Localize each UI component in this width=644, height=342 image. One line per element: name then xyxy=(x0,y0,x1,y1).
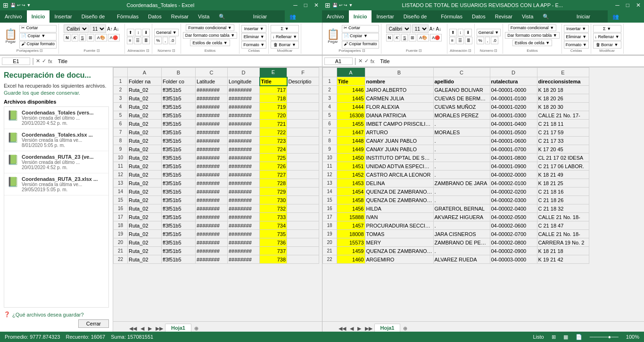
left-r18-col2[interactable]: ######## xyxy=(196,221,228,230)
right-r16-col3[interactable]: 04-00002-0400 xyxy=(490,204,537,213)
left-col-d-header[interactable]: D xyxy=(228,68,260,77)
left-r18-col4[interactable]: 734 xyxy=(260,221,287,230)
right-tab-nav-prev[interactable]: ◀ xyxy=(348,326,355,332)
right-r11-col4[interactable]: C 21 17 06 LABOR. xyxy=(537,162,589,171)
left-r10-col1[interactable]: ff3f51b5 xyxy=(162,154,196,162)
btn-dec-font-right[interactable]: A↓ xyxy=(436,26,441,32)
left-r13-col1[interactable]: ff3f51b5 xyxy=(162,179,196,187)
left-r6-col5[interactable] xyxy=(287,120,319,128)
right-r15-col1[interactable]: QUENZA DE ZAMBRANO LUISA xyxy=(365,196,433,204)
right-r12-col1[interactable]: CASTRO ARCILA LEONOR xyxy=(365,171,433,179)
tab-indicar-right[interactable]: 🔍 Indicar... xyxy=(538,10,571,23)
left-r3-col1[interactable]: ff3f51b5 xyxy=(162,94,196,103)
right-r18-col1[interactable]: PROCURADURIA SECCIONAL DE xyxy=(365,221,433,230)
right-tab-nav-left[interactable]: ◀◀ xyxy=(337,326,348,332)
left-r14-col3[interactable]: ######## xyxy=(228,187,260,196)
recovery-file-3[interactable]: 📗 Coordenadas_RUTA_23 (ve... Versión cre… xyxy=(4,151,108,173)
left-r11-col4[interactable]: 726 xyxy=(260,162,287,171)
left-r12-col5[interactable] xyxy=(287,171,319,179)
right-r1-b[interactable]: nombre xyxy=(365,77,433,86)
right-r3-col2[interactable]: CUEVAS DE BERMUDEZ xyxy=(433,94,490,103)
btn-inc-font-right[interactable]: A↑ xyxy=(429,26,435,32)
left-r21-col5[interactable] xyxy=(287,247,319,255)
left-r22-col3[interactable]: ######## xyxy=(228,255,260,264)
font-name-right[interactable]: Calibri xyxy=(386,24,411,33)
btn-dec-font-left[interactable]: A↓ xyxy=(114,26,119,32)
btn-pegar-right[interactable]: 📋 Pegar xyxy=(325,28,341,45)
right-r20-col4[interactable]: CARRERA 19 No. 2 xyxy=(537,238,589,247)
view-page-icon[interactable]: 📄 xyxy=(576,334,582,340)
right-r13-col1[interactable]: DELINA xyxy=(365,179,433,187)
right-sheet-scroll[interactable]: A B C D E 1 Title nombre apellido xyxy=(322,67,644,321)
left-r6-col1[interactable]: ff3f51b5 xyxy=(162,120,196,128)
right-r8-col4[interactable]: C 21 17 33 xyxy=(537,137,589,145)
left-r5-col0[interactable]: Ruta_02 xyxy=(128,111,162,120)
right-r2-col3[interactable]: 04-00001-0000 xyxy=(490,86,537,94)
btn-align-mid-left[interactable]: ↕ xyxy=(135,29,141,36)
recovery-help-link[interactable]: ❓ ¿Qué archivos desea guardar? xyxy=(4,311,109,318)
left-r21-col1[interactable]: ff3f51b5 xyxy=(162,247,196,255)
cell-ref-right[interactable] xyxy=(324,57,353,65)
right-r15-col4[interactable]: C 21 18 26 xyxy=(537,196,589,204)
close-btn-right[interactable]: ✕ xyxy=(633,0,644,10)
right-r16-col4[interactable]: C 21 18 32 xyxy=(537,204,589,213)
right-r6-col1[interactable]: IMBET CAMPO PRISCILIANO xyxy=(365,120,433,128)
left-r1-e[interactable]: Title xyxy=(260,77,287,86)
right-r6-col3[interactable]: 04-00001-0400 xyxy=(490,120,537,128)
right-col-b-header[interactable]: B xyxy=(365,68,433,77)
left-r4-col2[interactable]: ######## xyxy=(196,103,228,111)
left-r15-col2[interactable]: ######## xyxy=(196,196,228,204)
left-tab-nav-next[interactable]: ▶ xyxy=(146,326,154,332)
left-r2-col3[interactable]: ######## xyxy=(228,86,260,94)
btn-estilos-celda-right[interactable]: Estilos de celda ▼ xyxy=(512,40,552,46)
right-r17-col2[interactable]: AKVAREZ HIGUERA xyxy=(433,213,490,221)
right-r19-col2[interactable]: JARA CISNEROS xyxy=(433,230,490,238)
right-r8-col1[interactable]: CANAY JUAN PABLO xyxy=(365,137,433,145)
right-r22-col1[interactable]: ARGEMIRO xyxy=(365,255,433,264)
right-r5-col2[interactable]: MORALES PEREZ xyxy=(433,111,490,120)
tab-datos-right[interactable]: Datos xyxy=(467,10,490,23)
btn-percent-left[interactable]: % xyxy=(154,37,162,44)
left-r5-col1[interactable]: ff3f51b5 xyxy=(162,111,196,120)
left-r21-col4[interactable]: 737 xyxy=(260,247,287,255)
cancel-formula-left[interactable]: ✕ xyxy=(36,58,40,64)
btn-autosuma-left[interactable]: Σ ▼ xyxy=(271,25,299,33)
right-r14-col4[interactable]: C 21 18 16 xyxy=(537,187,589,196)
left-r14-col4[interactable]: 729 xyxy=(260,187,287,196)
left-r1-b[interactable]: Folder co xyxy=(162,77,196,86)
right-r16-col0[interactable]: 1456 xyxy=(337,204,365,213)
left-r9-col1[interactable]: ff3f51b5 xyxy=(162,145,196,154)
left-r1-a[interactable]: Folder na xyxy=(128,77,162,86)
right-r14-col1[interactable]: QUENZA DE ZAMBRANO LUISA xyxy=(365,187,433,196)
tab-diseno-right[interactable]: Diseño de pá. xyxy=(399,10,436,23)
left-r13-col2[interactable]: ######## xyxy=(196,179,228,187)
btn-inc-font-left[interactable]: A↑ xyxy=(107,26,113,32)
right-r19-col4[interactable]: CALLE 21 No. 18- xyxy=(537,230,589,238)
right-r13-col4[interactable]: K 18 21 25 xyxy=(537,179,589,187)
left-r5-col3[interactable]: ######## xyxy=(228,111,260,120)
right-r16-col1[interactable]: HILDA xyxy=(365,204,433,213)
btn-bold-left[interactable]: N xyxy=(64,34,71,41)
right-r7-col0[interactable]: 1447 xyxy=(337,128,365,137)
right-r14-col2[interactable]: . xyxy=(433,187,490,196)
cell-ref-left[interactable] xyxy=(2,57,30,65)
tab-archivo-left[interactable]: Archivo xyxy=(0,10,27,23)
left-r1-d[interactable]: Longitude xyxy=(228,77,260,86)
left-r22-col5[interactable] xyxy=(287,255,319,264)
minimize-btn-right[interactable]: ─ xyxy=(612,0,623,10)
left-r22-col0[interactable]: Ruta_02 xyxy=(128,255,162,264)
right-r18-col4[interactable]: C 21 18 47 xyxy=(537,221,589,230)
tab-compartir-left[interactable]: 👥 Compartir xyxy=(285,10,322,23)
right-r14-col3[interactable]: 04-00002-0200 xyxy=(490,187,537,196)
left-r18-col1[interactable]: ff3f51b5 xyxy=(162,221,196,230)
left-r8-col0[interactable]: Ruta_02 xyxy=(128,137,162,145)
left-r6-col0[interactable]: Ruta_02 xyxy=(128,120,162,128)
right-r4-col1[interactable]: FLOR ALEXIA xyxy=(365,103,433,111)
btn-percent-right[interactable]: % xyxy=(477,37,484,44)
left-r7-col3[interactable]: ######## xyxy=(228,128,260,137)
btn-align-top-left[interactable]: ⬆ xyxy=(127,29,134,36)
tab-sesion-right[interactable]: Iniciar sesión xyxy=(572,10,608,23)
right-r3-col1[interactable]: CARMEN JULIA xyxy=(365,94,433,103)
right-r9-col0[interactable]: 1449 xyxy=(337,145,365,154)
recovery-close-btn[interactable]: Cerrar xyxy=(78,319,109,328)
